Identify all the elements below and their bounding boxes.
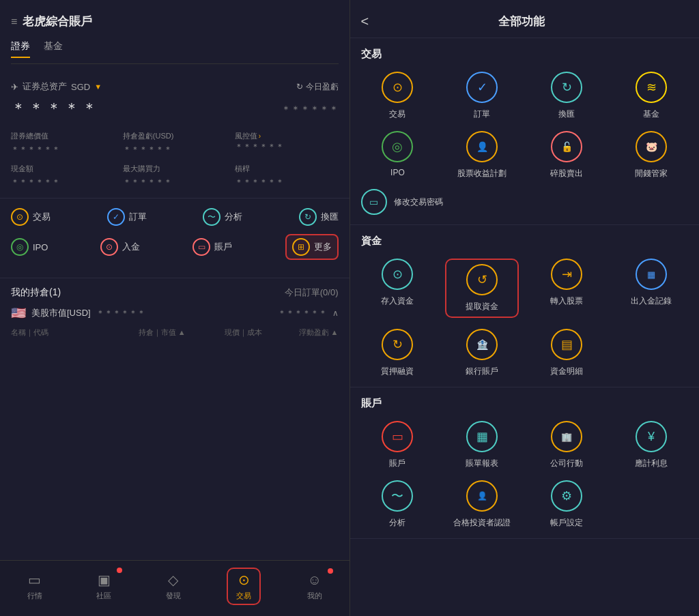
refresh-icon[interactable]: ↻ — [296, 82, 303, 91]
profile-icon: ☺ — [308, 572, 322, 588]
margin-item[interactable]: ↻ 質押融資 — [361, 329, 435, 377]
right-exchange-label: 換匯 — [558, 108, 575, 120]
trade-section: 交易 ⊙ 交易 ✓ 訂單 ↻ 換匯 ≋ 基金 ◎ IPO — [350, 38, 700, 225]
right-equity-label: 股票收益計劃 — [457, 168, 507, 179]
right-trade-label: 交易 — [389, 108, 405, 120]
left-panel: ≡ 老虎綜合賬戶 證券 基金 ✈ 证券总资产 SGD ▼ ↻ 今日盈虧 ＊＊＊＊… — [0, 0, 350, 616]
profile-badge — [328, 568, 333, 574]
margin-icon: ↻ — [382, 329, 413, 360]
analysis-icon: 〜 — [203, 208, 220, 226]
asset-type-label: 证券总资产 — [23, 80, 67, 93]
account-title: 老虎綜合賬戶 — [23, 14, 92, 29]
risk-arrow-icon[interactable]: › — [259, 132, 261, 140]
deposit-item[interactable]: ⊙ 存入資金 — [361, 259, 435, 318]
back-button[interactable]: < — [361, 14, 369, 29]
community-icon: ▣ — [98, 572, 111, 588]
asset-item-label-5: 槓桿 — [235, 164, 339, 174]
deposit-icon: ⊙ — [100, 238, 118, 256]
tab-securities[interactable]: 證券 — [11, 40, 30, 58]
stock-group-chevron[interactable]: ∧ — [332, 308, 339, 318]
trade-icon-grid: ⊙ 交易 ✓ 訂單 ↻ 換匯 ≋ 基金 ◎ IPO 👤 股票收益計劃 — [361, 72, 689, 179]
account-section-right: 賬戶 ▭ 賬戶 ▦ 賬單報表 🏢 公司行動 ¥ 應計利息 〜 分析 — [350, 387, 700, 539]
action-account[interactable]: ▭ 賬戶 — [192, 234, 232, 260]
corp-action-icon: 🏢 — [551, 421, 582, 452]
fund-section-heading: 資金 — [361, 235, 689, 248]
action-order[interactable]: ✓ 訂單 — [107, 208, 147, 226]
action-trade[interactable]: ⊙ 交易 — [11, 208, 51, 226]
action-deposit[interactable]: ⊙ 入金 — [100, 234, 140, 260]
asset-item-value-3: ＊＊＊＊＊＊ — [11, 177, 115, 188]
right-odd-lot-item[interactable]: 🔓 碎股賣出 — [530, 131, 603, 179]
nav-market[interactable]: ▭ 行情 — [19, 569, 51, 604]
modify-pwd-row: ▭ 修改交易密碼 — [361, 189, 689, 215]
currency-arrow[interactable]: ▼ — [94, 83, 102, 91]
actions-row-1: ⊙ 交易 ✓ 訂單 〜 分析 ↻ 換匯 — [11, 208, 339, 226]
right-piggy-icon: 🐷 — [636, 131, 667, 162]
account-item[interactable]: ▭ 賬戶 — [361, 421, 435, 469]
tab-fund[interactable]: 基金 — [44, 40, 63, 58]
asset-pnl: ↻ 今日盈虧 — [296, 81, 339, 93]
right-order-icon: ✓ — [466, 72, 498, 103]
right-order-item[interactable]: ✓ 訂單 — [445, 72, 519, 120]
col-header-price: 現價｜成本 — [188, 327, 262, 338]
action-analysis[interactable]: 〜 分析 — [203, 208, 242, 226]
right-trade-item[interactable]: ⊙ 交易 — [361, 72, 435, 120]
holdings-section: 我的持倉(1) 今日訂單(0/0) 🇺🇸 美股市值[USD] ＊＊＊＊＊＊ ＊＊… — [0, 278, 350, 560]
stock-group-hidden-value: ＊＊＊＊＊＊ — [96, 308, 145, 319]
withdraw-item[interactable]: ↺ 提取資金 — [445, 259, 519, 318]
interest-item[interactable]: ¥ 應計利息 — [614, 421, 688, 469]
col-header-pnl: 浮動盈虧 ▲ — [265, 327, 339, 338]
col-header-name: 名稱｜代碼 — [11, 327, 109, 338]
trade-icon: ⊙ — [11, 208, 29, 226]
transfer-stock-icon: ⇥ — [551, 259, 582, 290]
account-icon-r: ▭ — [382, 421, 413, 452]
interest-icon: ¥ — [636, 421, 667, 452]
modify-pwd-item[interactable]: ▭ 修改交易密碼 — [361, 189, 689, 215]
trade-nav-label: 交易 — [236, 591, 251, 601]
nav-profile[interactable]: ☺ 我的 — [299, 570, 330, 604]
account-settings-icon: ⚙ — [551, 480, 582, 512]
ipo-icon: ◎ — [11, 238, 29, 256]
holdings-title: 我的持倉(1) — [11, 287, 61, 299]
action-exchange[interactable]: ↻ 換匯 — [299, 208, 339, 226]
bank-label: 銀行賬戶 — [466, 366, 498, 377]
corp-action-item[interactable]: 🏢 公司行動 — [530, 421, 603, 469]
qualified-item[interactable]: 👤 合格投資者認證 — [445, 480, 519, 529]
action-more[interactable]: ⊞ 更多 — [285, 234, 339, 260]
asset-item-label-0: 證券總價值 — [11, 131, 115, 141]
actions-row-2: ◎ IPO ⊙ 入金 ▭ 賬戶 ⊞ 更多 — [11, 234, 339, 260]
nav-discover[interactable]: ◇ 發現 — [158, 569, 189, 604]
exchange-label: 換匯 — [321, 211, 339, 223]
asset-item-value-1: ＊＊＊＊＊＊ — [123, 144, 227, 156]
right-equity-item[interactable]: 👤 股票收益計劃 — [445, 131, 519, 179]
nav-community[interactable]: ▣ 社區 — [88, 569, 119, 604]
exchange-icon: ↻ — [299, 208, 317, 226]
account-section-heading: 賬戶 — [361, 397, 689, 410]
bank-item[interactable]: 🏦 銀行賬戶 — [445, 329, 519, 377]
asset-item-value-2: ＊＊＊＊＊＊ — [235, 141, 339, 153]
action-ipo[interactable]: ◎ IPO — [11, 234, 48, 260]
statement-item[interactable]: ▦ 賬單報表 — [445, 421, 519, 469]
transfer-stock-item[interactable]: ⇥ 轉入股票 — [530, 259, 603, 318]
asset-item-5: 槓桿 ＊＊＊＊＊＊ — [235, 164, 339, 188]
account-settings-item[interactable]: ⚙ 帳戶設定 — [530, 480, 603, 529]
right-ipo-item[interactable]: ◎ IPO — [361, 131, 435, 179]
right-piggy-item[interactable]: 🐷 閒錢管家 — [614, 131, 688, 179]
fund-detail-icon: ▤ — [551, 329, 582, 360]
fund-detail-item[interactable]: ▤ 資金明細 — [530, 329, 603, 377]
right-fund-item[interactable]: ≋ 基金 — [614, 72, 688, 120]
withdraw-icon: ↺ — [466, 264, 498, 295]
account-icon-grid: ▭ 賬戶 ▦ 賬單報表 🏢 公司行動 ¥ 應計利息 〜 分析 👤 合格投資者認證 — [361, 421, 689, 529]
stock-group-hidden-pnl: ＊＊＊＊＊＊ — [278, 308, 327, 319]
right-exchange-item[interactable]: ↻ 換匯 — [530, 72, 603, 120]
analysis-item-r[interactable]: 〜 分析 — [361, 480, 435, 529]
right-piggy-label: 閒錢管家 — [635, 168, 668, 179]
stars-row: ＊＊＊＊＊ ＊＊＊＊＊＊ — [11, 98, 339, 121]
stock-table-header: 名稱｜代碼 持倉｜市值 ▲ 現價｜成本 浮動盈虧 ▲ — [11, 325, 339, 340]
right-panel: < 全部功能 交易 ⊙ 交易 ✓ 訂單 ↻ 換匯 ≋ 基金 — [350, 0, 700, 616]
fund-record-item[interactable]: ▦ 出入金記錄 — [614, 259, 688, 318]
menu-icon[interactable]: ≡ — [11, 16, 17, 28]
modify-pwd-label: 修改交易密碼 — [394, 196, 443, 208]
nav-trade[interactable]: ⊙ 交易 — [227, 568, 261, 605]
asset-item-label-4: 最大購買力 — [123, 164, 227, 174]
